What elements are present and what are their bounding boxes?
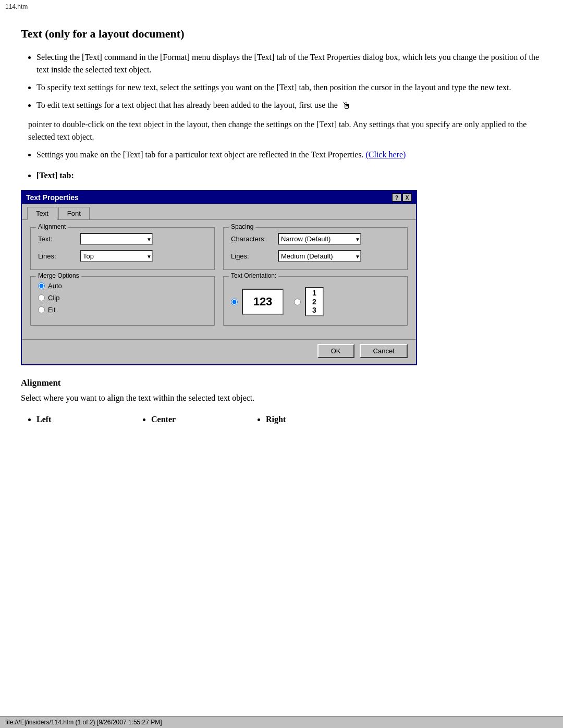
- title-bar: 114.htm: [0, 0, 563, 11]
- dialog-container: Text Properties ? X Text Font: [21, 190, 417, 365]
- bullet-1: Selecting the [Text] command in the [For…: [36, 51, 542, 76]
- dialog-title: Text Properties: [26, 193, 79, 202]
- bullet-3-continuation: pointer to double-click on the text obje…: [28, 120, 527, 141]
- alignment-group: Alignment Text: Left Center Right: [30, 227, 215, 270]
- intro-list: Selecting the [Text] command in the [For…: [36, 51, 542, 161]
- close-button[interactable]: X: [402, 193, 412, 202]
- orientation-options: 123 1 2 3: [231, 282, 400, 316]
- lines-align-select[interactable]: Top Middle Bottom: [80, 250, 153, 262]
- dialog-titlebar: Text Properties ? X: [22, 191, 416, 204]
- spacing-group-label: Spacing: [229, 223, 255, 230]
- dialog-titlebar-buttons: ? X: [392, 193, 412, 202]
- alignment-section-body: Select where you want to align the text …: [21, 391, 542, 405]
- cancel-button[interactable]: Cancel: [360, 344, 408, 358]
- radio-vertical[interactable]: [294, 299, 301, 305]
- radio-fit[interactable]: [38, 306, 45, 313]
- spacing-group: Spacing Characters: Narrow (Default) Nor…: [223, 227, 408, 270]
- spacing-lines-select[interactable]: Medium (Default) Narrow Wide: [278, 250, 361, 262]
- dialog-body: Alignment Text: Left Center Right: [22, 220, 416, 339]
- dialog-tabs: Text Font: [22, 204, 416, 220]
- lines-align-select-wrapper: Top Middle Bottom: [80, 250, 153, 262]
- characters-label: Characters:: [231, 235, 278, 243]
- radio-clip-label: Clip: [48, 294, 59, 302]
- main-content: Text (only for a layout document) Select…: [0, 11, 563, 471]
- alignment-item-right: Right: [266, 413, 381, 426]
- ok-button[interactable]: OK: [317, 344, 354, 358]
- alignment-item-center: Center: [151, 413, 266, 426]
- radio-auto[interactable]: [38, 282, 45, 289]
- merge-options-label: Merge Options: [36, 272, 81, 279]
- tab-font[interactable]: Font: [58, 207, 90, 219]
- row-2: Merge Options Auto Clip: [30, 276, 408, 332]
- status-bar-text: file:///E|/insiders/114.htm (1 of 2) [9/…: [5, 719, 162, 726]
- lines-label: Lines:: [38, 252, 80, 260]
- bullet-3-cont: pointer to double-click on the text obje…: [28, 118, 542, 143]
- orient-vertical-box: 1 2 3: [305, 287, 324, 316]
- characters-row: Characters: Narrow (Default) Normal Wide: [231, 233, 400, 245]
- alignment-items-list: Left Center Right: [36, 413, 542, 431]
- spacing-lines-select-wrapper: Medium (Default) Narrow Wide: [278, 250, 361, 262]
- text-tab-list: [Text] tab:: [36, 169, 542, 182]
- radio-clip-row: Clip: [38, 294, 207, 302]
- pointer-icon: 🖱: [342, 101, 351, 111]
- orient-horizontal-label: 123: [242, 289, 284, 315]
- spacing-lines-label: Lines:: [231, 252, 278, 260]
- radio-fit-label: Fit: [48, 306, 55, 314]
- status-bar: file:///E|/insiders/114.htm (1 of 2) [9/…: [0, 716, 563, 728]
- text-tab-label: [Text] tab:: [36, 169, 542, 182]
- text-align-select[interactable]: Left Center Right: [80, 233, 153, 245]
- orient-vertical-option: 1 2 3: [294, 287, 324, 316]
- bullet-2: To specify text settings for new text, s…: [36, 81, 542, 94]
- characters-select[interactable]: Narrow (Default) Normal Wide: [278, 233, 361, 245]
- alignment-group-label: Alignment: [36, 223, 68, 230]
- page-title: Text (only for a layout document): [21, 27, 542, 41]
- bullet-3-text: To edit text settings for a text object …: [36, 101, 338, 109]
- radio-auto-label: Auto: [48, 282, 62, 290]
- radio-auto-row: Auto: [38, 282, 207, 290]
- lines-alignment-row: Lines: Top Middle Bottom: [38, 250, 207, 262]
- characters-select-wrapper: Narrow (Default) Normal Wide: [278, 233, 361, 245]
- bullet-4: Settings you make on the [Text] tab for …: [36, 149, 542, 161]
- radio-clip[interactable]: [38, 294, 45, 301]
- row-1: Alignment Text: Left Center Right: [30, 227, 408, 276]
- dialog-footer: OK Cancel: [22, 339, 416, 364]
- text-properties-dialog: Text Properties ? X Text Font: [21, 190, 417, 365]
- alignment-item-left: Left: [36, 413, 151, 426]
- help-button[interactable]: ?: [392, 193, 401, 202]
- radio-fit-row: Fit: [38, 306, 207, 314]
- text-orientation-group: Text Orientation: 123: [223, 276, 408, 326]
- bullet-3: To edit text settings for a text object …: [36, 99, 542, 113]
- text-align-select-wrapper: Left Center Right: [80, 233, 153, 245]
- radio-horizontal[interactable]: [231, 299, 238, 305]
- click-here-link[interactable]: (Click here): [365, 150, 406, 159]
- merge-options-group: Merge Options Auto Clip: [30, 276, 215, 326]
- spacing-lines-row: Lines: Medium (Default) Narrow Wide: [231, 250, 400, 262]
- text-alignment-row: Text: Left Center Right: [38, 233, 207, 245]
- orient-horizontal-option: 123: [231, 289, 284, 315]
- text-orientation-label: Text Orientation:: [229, 272, 278, 279]
- filename: 114.htm: [5, 3, 28, 10]
- orient-horizontal-box: 123: [242, 289, 284, 315]
- tab-text[interactable]: Text: [27, 207, 57, 220]
- alignment-section-title: Alignment: [21, 378, 542, 388]
- text-align-label: Text:: [38, 235, 80, 243]
- orient-vertical-label: 1 2 3: [305, 287, 324, 316]
